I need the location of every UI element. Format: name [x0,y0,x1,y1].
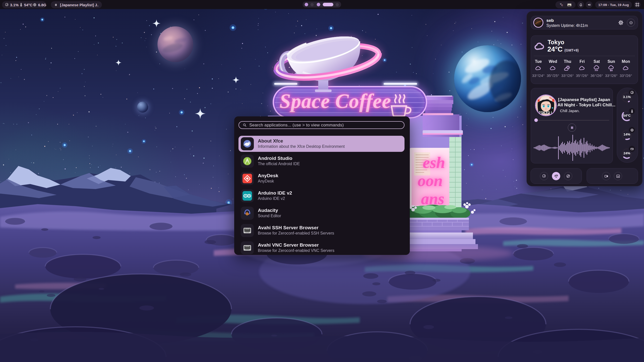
svg-text:TOKYO L: TOKYO L [539,111,553,114]
svg-text:oon: oon [418,172,443,190]
svg-text:C: C [561,4,563,7]
svg-text:esh: esh [423,154,445,171]
